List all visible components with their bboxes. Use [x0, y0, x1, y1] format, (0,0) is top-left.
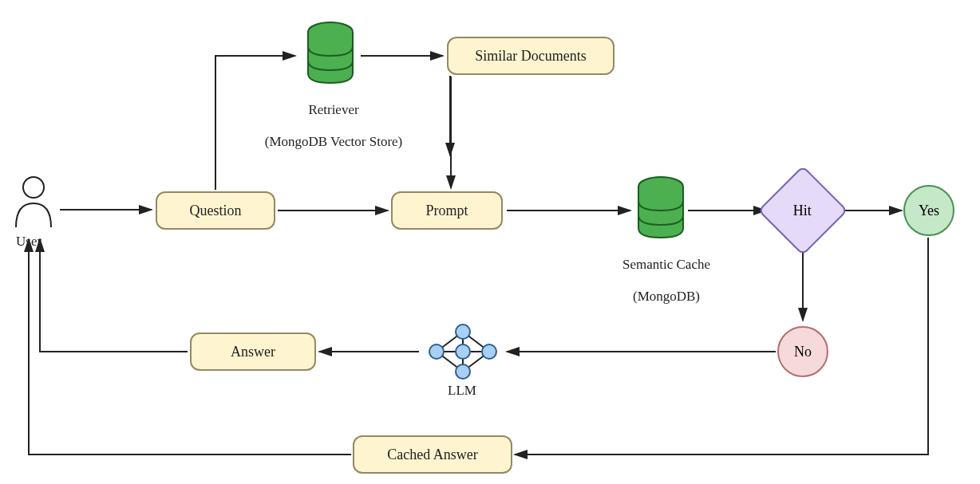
prompt-text: Prompt — [425, 203, 468, 219]
neural-network-icon — [429, 325, 496, 379]
hit-text: Hit — [793, 202, 812, 218]
svg-line-8 — [463, 352, 489, 372]
yes-node: Yes — [903, 185, 954, 236]
diagram-canvas: User Question Retriever (MongoDB Vector … — [0, 0, 980, 484]
llm-label: LLM — [448, 383, 476, 399]
question-node: Question — [156, 191, 275, 230]
no-node: No — [777, 326, 828, 377]
cached-answer-text: Cached Answer — [387, 447, 477, 463]
svg-point-14 — [456, 364, 470, 379]
svg-point-2 — [638, 177, 683, 196]
similar-documents-node: Similar Documents — [447, 37, 614, 75]
answer-text: Answer — [231, 344, 275, 360]
svg-point-1 — [308, 22, 353, 41]
similar-documents-text: Similar Documents — [475, 48, 586, 65]
svg-line-3 — [437, 332, 463, 352]
no-text: No — [794, 344, 812, 360]
svg-line-6 — [463, 332, 489, 352]
question-text: Question — [190, 203, 242, 219]
svg-point-13 — [456, 344, 470, 359]
svg-line-5 — [437, 352, 463, 372]
svg-point-0 — [23, 177, 44, 198]
answer-node: Answer — [190, 333, 316, 371]
hit-decision: Hit — [757, 165, 848, 255]
semantic-cache-label: Semantic Cache (MongoDB) — [607, 241, 726, 305]
prompt-node: Prompt — [391, 191, 503, 230]
user-label: User — [16, 234, 41, 250]
user-icon — [16, 177, 51, 227]
database-icon — [638, 177, 683, 238]
yes-text: Yes — [919, 203, 939, 219]
svg-point-12 — [456, 325, 470, 339]
svg-point-11 — [429, 344, 444, 359]
database-icon — [308, 22, 353, 83]
svg-point-15 — [482, 344, 496, 359]
retriever-label: Retriever (MongoDB Vector Store) — [242, 86, 425, 150]
cached-answer-node: Cached Answer — [353, 435, 512, 474]
